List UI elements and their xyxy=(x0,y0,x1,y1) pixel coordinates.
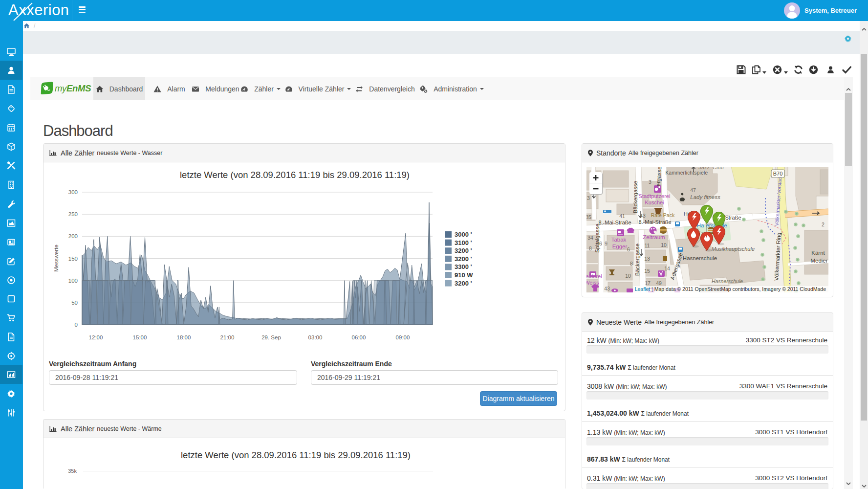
svg-text:43: 43 xyxy=(640,213,646,219)
svg-text:15:00: 15:00 xyxy=(133,334,147,340)
svg-text:Stadtputzerei: Stadtputzerei xyxy=(639,193,671,199)
svg-text:10: 10 xyxy=(625,273,631,279)
svg-text:Bäckergasse: Bäckergasse xyxy=(632,181,638,213)
svg-text:2: 2 xyxy=(822,222,825,227)
svg-text:Jazz Club: Jazz Club xyxy=(698,167,723,170)
svg-text:50: 50 xyxy=(71,300,78,306)
svg-text:300: 300 xyxy=(68,189,78,195)
svg-text:3200 ': 3200 ' xyxy=(455,255,472,263)
svg-text:9: 9 xyxy=(605,241,608,246)
svg-text:03:00: 03:00 xyxy=(308,334,323,340)
svg-text:Kuschei: Kuschei xyxy=(645,200,664,205)
svg-text:15: 15 xyxy=(644,268,650,274)
svg-text:Zeitraum: Zeitraum xyxy=(643,234,665,240)
svg-text:200: 200 xyxy=(68,233,78,239)
svg-text:8: 8 xyxy=(630,261,633,267)
svg-text:43: 43 xyxy=(604,286,610,291)
svg-text:47: 47 xyxy=(690,187,696,193)
svg-text:250: 250 xyxy=(68,211,78,217)
svg-text:09:00: 09:00 xyxy=(396,334,410,340)
svg-text:13: 13 xyxy=(644,256,650,262)
svg-text:3300 ': 3300 ' xyxy=(455,263,472,270)
svg-text:3200 ': 3200 ' xyxy=(455,247,472,254)
svg-text:Weiss: Weiss xyxy=(586,280,599,286)
svg-text:Medier: Medier xyxy=(810,258,827,264)
svg-text:Messwerte: Messwerte xyxy=(53,244,59,272)
svg-text:41: 41 xyxy=(619,213,625,219)
svg-text:B70: B70 xyxy=(773,171,783,177)
svg-text:49: 49 xyxy=(656,280,662,286)
svg-text:18:00: 18:00 xyxy=(177,334,191,340)
svg-text:8.-Mai-Straße: 8.-Mai-Straße xyxy=(638,219,671,225)
svg-text:8.-Mai-Straße: 8.-Mai-Straße xyxy=(598,220,631,225)
svg-text:neiderei: neiderei xyxy=(586,273,602,279)
svg-text:3: 3 xyxy=(649,179,651,185)
svg-text:Kammerlichtspiele: Kammerlichtspiele xyxy=(666,170,708,176)
svg-text:Rate Pack: Rate Pack xyxy=(651,212,675,218)
svg-text:06:00: 06:00 xyxy=(352,334,366,340)
svg-text:3200 ': 3200 ' xyxy=(455,280,472,287)
svg-text:Bäckergasse: Bäckergasse xyxy=(634,244,640,276)
svg-text:11: 11 xyxy=(645,243,650,248)
svg-text:17: 17 xyxy=(645,280,651,286)
svg-text:Leaflet | Map data © 2011 Open: Leaflet | Map data © 2011 OpenStreetMap … xyxy=(635,286,826,292)
svg-text:Musikhauptschule: Musikhauptschule xyxy=(712,246,755,252)
svg-text:8: 8 xyxy=(589,245,592,251)
svg-text:Egger: Egger xyxy=(612,244,628,249)
svg-text:3100 ': 3100 ' xyxy=(455,239,472,246)
svg-text:Lady fitness: Lady fitness xyxy=(690,194,720,200)
svg-text:Kärnt: Kärnt xyxy=(811,250,825,256)
svg-text:21:00: 21:00 xyxy=(220,334,235,340)
svg-text:150: 150 xyxy=(68,256,78,262)
svg-text:Hasnerschule: Hasnerschule xyxy=(712,278,743,284)
svg-text:Tabak: Tabak xyxy=(611,237,627,243)
svg-text:14: 14 xyxy=(664,266,670,271)
svg-text:Hasnerschule: Hasnerschule xyxy=(683,255,717,261)
svg-text:3: 3 xyxy=(587,195,590,201)
svg-text:Spitalgasse: Spitalgasse xyxy=(594,223,600,252)
svg-text:0: 0 xyxy=(75,322,78,328)
svg-text:3000 ': 3000 ' xyxy=(455,231,472,238)
svg-text:29. Sep: 29. Sep xyxy=(261,334,281,340)
svg-text:letzte Werte (von 28.09.2016 1: letzte Werte (von 28.09.2016 11:19 bis 2… xyxy=(180,170,410,180)
svg-text:36: 36 xyxy=(596,241,602,246)
svg-text:35: 35 xyxy=(586,214,591,220)
svg-text:910 W: 910 W xyxy=(455,271,473,279)
svg-text:10: 10 xyxy=(661,242,667,248)
svg-text:6: 6 xyxy=(627,246,630,252)
svg-text:12:00: 12:00 xyxy=(89,334,103,340)
svg-text:34: 34 xyxy=(587,235,593,241)
svg-text:100: 100 xyxy=(68,278,78,284)
svg-text:Straße: Straße xyxy=(725,215,741,221)
